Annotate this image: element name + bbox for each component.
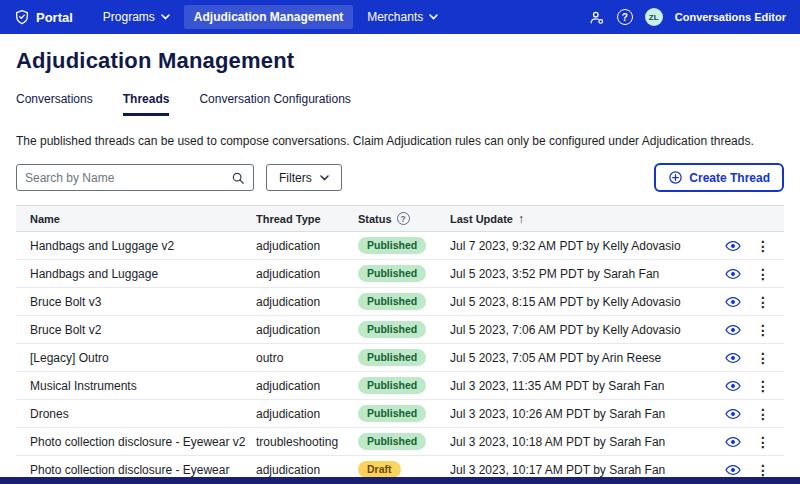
kebab-menu-icon[interactable]: ⋮ [754, 379, 772, 393]
row-thread-type: adjudication [256, 267, 358, 281]
kebab-menu-icon[interactable]: ⋮ [754, 351, 772, 365]
view-thread-icon[interactable] [725, 350, 741, 366]
avatar[interactable]: ZL [645, 8, 663, 26]
page-description: The published threads can be used to com… [16, 134, 784, 148]
table-row[interactable]: Handbags and Luggage v2 adjudication Pub… [16, 232, 784, 260]
status-info-icon[interactable]: ? [397, 212, 410, 225]
view-thread-icon[interactable] [725, 378, 741, 394]
tab-bar: Conversations Threads Conversation Confi… [16, 92, 784, 116]
kebab-menu-icon[interactable]: ⋮ [754, 239, 772, 253]
col-header-status[interactable]: Status ? [358, 212, 450, 225]
status-badge: Published [358, 237, 426, 255]
view-thread-icon[interactable] [725, 434, 741, 450]
navbar-right: ? ZL Conversations Editor [588, 8, 786, 26]
row-last-update: Jul 3 2023, 10:18 AM PDT by Sarah Fan [450, 435, 726, 449]
tab-conversation-configurations[interactable]: Conversation Configurations [199, 92, 350, 116]
row-last-update: Jul 3 2023, 10:26 AM PDT by Sarah Fan [450, 407, 726, 421]
view-thread-icon[interactable] [725, 322, 741, 338]
brand-label: Portal [36, 10, 73, 25]
search-input[interactable] [25, 171, 231, 185]
col-header-label: Last Update [450, 213, 513, 225]
row-thread-type: troubleshooting [256, 435, 358, 449]
table-row[interactable]: Photo collection disclosure - Eyewear v2… [16, 428, 784, 456]
col-header-label: Status [358, 213, 392, 225]
row-thread-type: outro [256, 351, 358, 365]
kebab-menu-icon[interactable]: ⋮ [754, 295, 772, 309]
nav-item-adjudication-management[interactable]: Adjudication Management [184, 5, 353, 29]
row-name: Drones [16, 407, 256, 421]
nav-item-label: Merchants [367, 10, 423, 24]
chevron-down-icon [429, 14, 438, 20]
search-box [16, 164, 254, 191]
nav-item-merchants[interactable]: Merchants [357, 5, 448, 29]
search-icon[interactable] [231, 171, 245, 185]
col-header-thread-type[interactable]: Thread Type [256, 213, 358, 225]
row-thread-type: adjudication [256, 463, 358, 477]
status-badge: Draft [358, 461, 401, 479]
view-thread-icon[interactable] [725, 266, 741, 282]
create-thread-button[interactable]: Create Thread [654, 163, 784, 192]
row-last-update: Jul 3 2023, 11:35 AM PDT by Sarah Fan [450, 379, 726, 393]
nav-item-label: Adjudication Management [194, 10, 343, 24]
status-badge: Published [358, 265, 426, 283]
help-icon[interactable]: ? [617, 9, 633, 25]
view-thread-icon[interactable] [725, 294, 741, 310]
kebab-menu-icon[interactable]: ⋮ [754, 435, 772, 449]
status-badge: Published [358, 377, 426, 395]
status-badge: Published [358, 433, 426, 451]
footer-bar [0, 477, 800, 484]
kebab-menu-icon[interactable]: ⋮ [754, 407, 772, 421]
plus-circle-icon [668, 170, 683, 185]
view-thread-icon[interactable] [725, 238, 741, 254]
threads-table: Name Thread Type Status ? Last Update ↑ … [16, 205, 784, 484]
tab-threads[interactable]: Threads [123, 92, 170, 116]
row-name: Photo collection disclosure - Eyewear v2 [16, 435, 256, 449]
row-thread-type: adjudication [256, 407, 358, 421]
user-settings-icon[interactable] [588, 9, 605, 26]
primary-nav: Programs Adjudication Management Merchan… [93, 0, 448, 34]
row-name: Handbags and Luggage [16, 267, 256, 281]
status-badge: Published [358, 405, 426, 423]
row-last-update: Jul 5 2023, 3:52 PM PDT by Sarah Fan [450, 267, 726, 281]
row-name: Bruce Bolt v2 [16, 323, 256, 337]
shield-logo-icon [14, 9, 30, 25]
table-row[interactable]: Bruce Bolt v2 adjudication Published Jul… [16, 316, 784, 344]
kebab-menu-icon[interactable]: ⋮ [754, 463, 772, 477]
table-row[interactable]: Musical Instruments adjudication Publish… [16, 372, 784, 400]
sort-ascending-icon[interactable]: ↑ [518, 212, 524, 226]
row-thread-type: adjudication [256, 295, 358, 309]
row-last-update: Jul 5 2023, 7:06 AM PDT by Kelly Adovasi… [450, 323, 726, 337]
row-last-update: Jul 5 2023, 8:15 AM PDT by Kelly Adovasi… [450, 295, 726, 309]
row-name: [Legacy] Outro [16, 351, 256, 365]
main-content: Adjudication Management Conversations Th… [0, 34, 800, 484]
kebab-menu-icon[interactable]: ⋮ [754, 323, 772, 337]
chevron-down-icon [320, 175, 329, 181]
table-row[interactable]: Bruce Bolt v3 adjudication Published Jul… [16, 288, 784, 316]
create-thread-label: Create Thread [689, 171, 770, 185]
row-name: Handbags and Luggage v2 [16, 239, 256, 253]
view-thread-icon[interactable] [725, 462, 741, 478]
brand-logo[interactable]: Portal [14, 9, 73, 25]
filters-label: Filters [279, 171, 312, 185]
status-badge: Published [358, 321, 426, 339]
nav-item-label: Programs [103, 10, 155, 24]
row-last-update: Jul 5 2023, 7:05 AM PDT by Arin Reese [450, 351, 726, 365]
toolbar: Filters Create Thread [16, 163, 784, 192]
row-thread-type: adjudication [256, 239, 358, 253]
kebab-menu-icon[interactable]: ⋮ [754, 267, 772, 281]
view-thread-icon[interactable] [725, 406, 741, 422]
table-row[interactable]: [Legacy] Outro outro Published Jul 5 202… [16, 344, 784, 372]
nav-item-programs[interactable]: Programs [93, 5, 180, 29]
filters-button[interactable]: Filters [266, 164, 342, 191]
row-name: Photo collection disclosure - Eyewear [16, 463, 256, 477]
page-title: Adjudication Management [16, 48, 784, 74]
table-row[interactable]: Drones adjudication Published Jul 3 2023… [16, 400, 784, 428]
user-role-label: Conversations Editor [675, 11, 786, 23]
status-badge: Published [358, 349, 426, 367]
col-header-last-update[interactable]: Last Update ↑ [450, 212, 726, 226]
tab-conversations[interactable]: Conversations [16, 92, 93, 116]
chevron-down-icon [161, 14, 170, 20]
table-row[interactable]: Handbags and Luggage adjudication Publis… [16, 260, 784, 288]
col-header-name[interactable]: Name [16, 213, 256, 225]
table-header-row: Name Thread Type Status ? Last Update ↑ [16, 206, 784, 232]
